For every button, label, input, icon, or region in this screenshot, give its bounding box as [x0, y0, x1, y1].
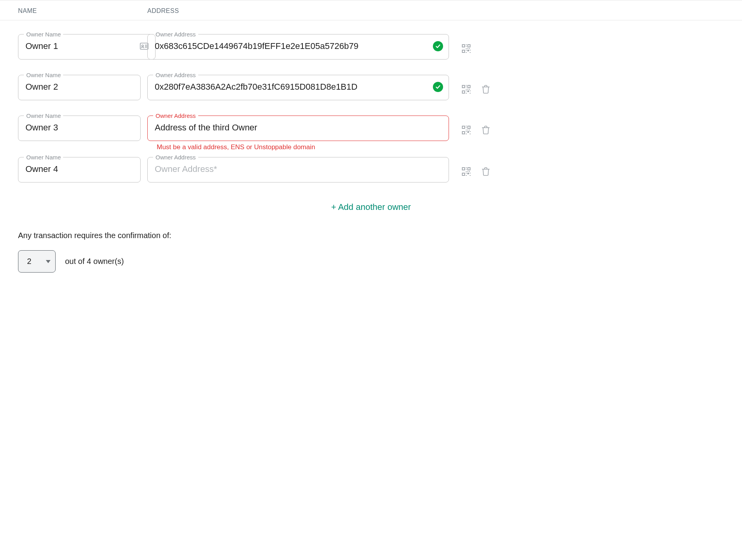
svg-rect-19 — [466, 52, 467, 53]
svg-rect-47 — [469, 130, 470, 130]
svg-rect-48 — [466, 131, 467, 132]
trash-icon[interactable] — [480, 125, 491, 135]
svg-rect-44 — [466, 127, 467, 128]
owner-row: Owner Name Owner Address — [18, 72, 724, 100]
svg-rect-64 — [466, 173, 467, 173]
confirmations-selected-value: 2 — [27, 257, 31, 266]
svg-rect-12 — [466, 46, 467, 47]
owner-name-legend: Owner Name — [24, 154, 63, 160]
svg-rect-17 — [467, 50, 469, 51]
svg-rect-32 — [466, 90, 467, 91]
owner-name-input[interactable] — [24, 162, 135, 177]
svg-rect-59 — [466, 167, 467, 168]
owner-name-input[interactable] — [24, 120, 135, 135]
svg-rect-43 — [466, 126, 467, 126]
svg-rect-65 — [467, 173, 469, 174]
confirmation-label: Any transaction requires the confirmatio… — [18, 231, 724, 240]
svg-rect-30 — [467, 89, 468, 90]
svg-rect-26 — [463, 91, 464, 93]
owner-address-legend: Owner Address — [153, 154, 198, 160]
owner-name-field: Owner Name — [18, 31, 156, 60]
owner-name-input[interactable] — [24, 39, 135, 54]
svg-rect-24 — [468, 86, 470, 87]
svg-rect-49 — [467, 131, 469, 133]
owner-rows: Owner Name — [0, 20, 742, 182]
owner-address-input[interactable] — [153, 120, 443, 135]
trash-icon[interactable] — [480, 166, 491, 177]
owner-address-legend: Owner Address — [153, 113, 198, 119]
svg-rect-63 — [469, 171, 470, 172]
column-header-address: ADDRESS — [147, 7, 724, 14]
table-header: NAME ADDRESS — [0, 0, 742, 20]
svg-rect-60 — [466, 169, 467, 170]
svg-rect-27 — [466, 85, 467, 86]
owner-name-legend: Owner Name — [24, 31, 63, 37]
svg-rect-38 — [463, 126, 464, 128]
svg-rect-66 — [470, 173, 471, 173]
svg-rect-18 — [470, 50, 471, 51]
svg-rect-11 — [466, 44, 467, 45]
owner-row: Owner Name — [18, 31, 724, 60]
trash-icon[interactable] — [480, 84, 491, 95]
svg-rect-50 — [470, 131, 471, 132]
svg-rect-52 — [470, 134, 471, 134]
owner-name-input[interactable] — [24, 79, 135, 94]
svg-rect-22 — [463, 86, 464, 87]
owner-address-legend: Owner Address — [153, 31, 198, 37]
owner-name-legend: Owner Name — [24, 72, 63, 78]
column-header-name: NAME — [18, 7, 136, 14]
svg-rect-68 — [470, 175, 471, 176]
svg-rect-28 — [466, 87, 467, 87]
svg-rect-10 — [463, 51, 464, 52]
svg-rect-15 — [469, 48, 470, 49]
owner-address-legend: Owner Address — [153, 72, 198, 78]
owner-address-field: Owner Address — [147, 113, 449, 141]
svg-rect-29 — [466, 89, 467, 90]
svg-rect-42 — [463, 132, 464, 134]
svg-rect-8 — [468, 45, 470, 47]
qr-icon[interactable] — [461, 43, 472, 54]
svg-rect-20 — [470, 52, 471, 53]
owners-form: NAME ADDRESS Owner Name — [0, 0, 742, 288]
svg-rect-16 — [466, 50, 467, 51]
svg-rect-51 — [466, 134, 467, 134]
owner-address-input[interactable] — [153, 79, 429, 94]
svg-marker-69 — [46, 260, 51, 263]
svg-rect-31 — [469, 89, 470, 90]
svg-rect-35 — [466, 93, 467, 94]
qr-icon[interactable] — [461, 166, 472, 177]
confirmations-suffix: out of 4 owner(s) — [65, 257, 124, 266]
qr-icon[interactable] — [461, 125, 472, 135]
owner-address-input[interactable] — [153, 162, 443, 177]
owner-address-field: Owner Address — [147, 72, 449, 100]
check-icon — [433, 82, 443, 92]
svg-rect-40 — [468, 126, 470, 128]
confirmation-section: Any transaction requires the confirmatio… — [0, 231, 742, 273]
add-owner-button[interactable]: + Add another owner — [0, 195, 742, 231]
svg-rect-54 — [463, 168, 464, 170]
svg-rect-36 — [470, 93, 471, 94]
svg-rect-33 — [467, 90, 469, 92]
svg-rect-61 — [466, 171, 467, 172]
svg-rect-58 — [463, 173, 464, 175]
svg-rect-67 — [466, 175, 467, 176]
svg-rect-34 — [470, 90, 471, 91]
owner-row: Owner Name Owner Address — [18, 154, 724, 182]
owner-address-field: Owner Address — [147, 154, 449, 182]
owner-name-field: Owner Name — [18, 113, 141, 141]
svg-rect-13 — [466, 48, 467, 49]
chevron-down-icon — [46, 260, 51, 263]
svg-rect-62 — [467, 171, 468, 172]
svg-rect-6 — [463, 45, 464, 47]
qr-icon[interactable] — [461, 84, 472, 95]
svg-rect-45 — [466, 130, 467, 130]
owner-name-field: Owner Name — [18, 154, 141, 182]
check-icon — [433, 41, 443, 51]
owner-address-field: Owner Address — [147, 31, 449, 60]
address-error-message: Must be a valid address, ENS or Unstoppa… — [147, 141, 449, 151]
owner-name-legend: Owner Name — [24, 113, 63, 119]
owner-address-input[interactable] — [153, 39, 429, 54]
owner-name-field: Owner Name — [18, 72, 141, 100]
owner-row: Owner Name Owner Address Must be a valid… — [18, 113, 724, 151]
confirmations-select[interactable]: 2 — [18, 250, 56, 273]
